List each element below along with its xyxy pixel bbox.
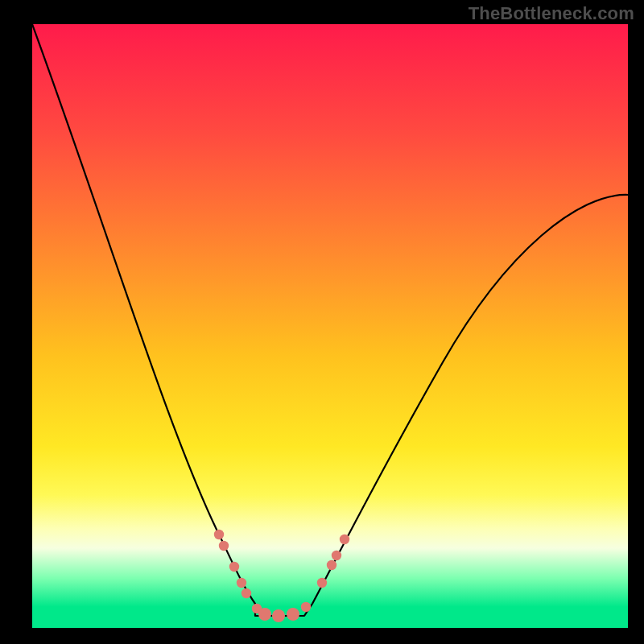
plot-area <box>32 24 628 628</box>
marker-dot <box>242 588 251 598</box>
marker-dot <box>219 541 229 551</box>
marker-dot <box>332 551 341 560</box>
marker-dot <box>258 608 271 621</box>
marker-dot <box>301 602 311 612</box>
gradient-background <box>32 24 628 628</box>
marker-dot <box>317 578 327 588</box>
watermark-text: TheBottleneck.com <box>469 3 634 24</box>
bottleneck-chart <box>32 24 628 628</box>
marker-dot <box>340 535 349 544</box>
marker-dot <box>214 530 224 539</box>
chart-frame: TheBottleneck.com <box>0 0 644 644</box>
marker-dot <box>229 562 239 572</box>
marker-dot <box>237 578 246 588</box>
marker-dot <box>327 560 336 570</box>
marker-dot <box>287 608 299 621</box>
marker-dot <box>272 609 285 622</box>
